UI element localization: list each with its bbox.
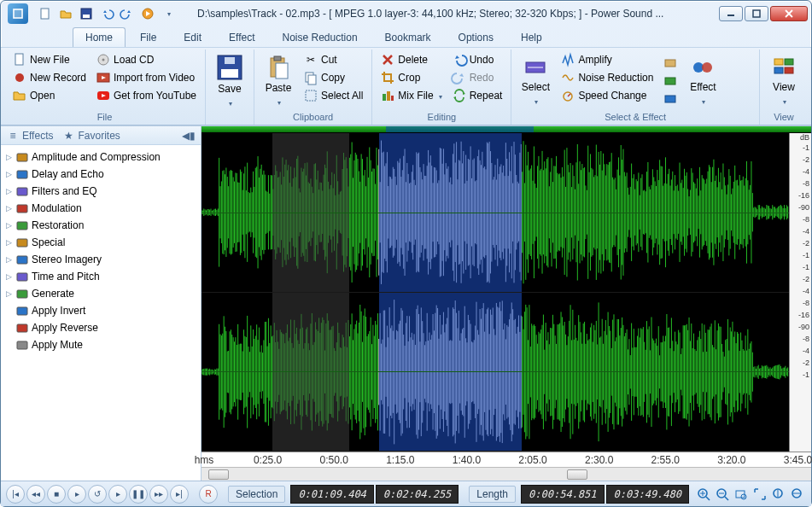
qat-customize-icon[interactable] <box>160 5 177 22</box>
side-tab-favorites[interactable]: ★Favorites <box>61 129 120 143</box>
play-button[interactable]: ▸ <box>67 485 86 504</box>
tab-options[interactable]: Options <box>446 27 506 47</box>
tab-edit[interactable]: Edit <box>171 27 214 47</box>
qat-play-icon[interactable] <box>139 5 156 22</box>
copy-button[interactable]: Copy <box>301 69 366 86</box>
preset-c-button[interactable] <box>660 90 681 108</box>
qat-redo-icon[interactable] <box>119 5 136 22</box>
delete-button[interactable]: Delete <box>377 51 445 68</box>
svg-rect-29 <box>665 96 675 102</box>
forward-button[interactable]: ▸▸ <box>149 485 168 504</box>
view-icon <box>772 55 796 79</box>
tree-item[interactable]: ▷ Delay and Echo <box>3 166 199 183</box>
preset-a-button[interactable] <box>660 55 681 72</box>
qat-new-icon[interactable] <box>37 5 54 22</box>
effect-button[interactable]: Effect <box>684 51 721 110</box>
tree-item[interactable]: ▷ Time and Pitch <box>3 268 199 285</box>
tab-effect[interactable]: Effect <box>216 27 267 47</box>
tab-home[interactable]: Home <box>73 27 126 47</box>
svg-rect-39 <box>17 205 27 213</box>
qat-open-icon[interactable] <box>57 5 74 22</box>
view-button[interactable]: View <box>765 51 803 110</box>
tree-item[interactable]: ▷ Modulation <box>3 200 199 217</box>
new-file-button[interactable]: New File <box>9 51 90 68</box>
tree-item[interactable]: Apply Invert <box>3 302 199 319</box>
zoom-fit-button[interactable] <box>751 486 768 503</box>
length-value[interactable]: 0:00:54.851 <box>521 485 604 504</box>
tab-bookmark[interactable]: Bookmark <box>372 27 444 47</box>
preset-icon <box>663 74 677 88</box>
time-tick: 1:15.0 <box>386 454 414 466</box>
amplify-button[interactable]: Amplify <box>558 51 657 68</box>
repeat-button[interactable]: Repeat <box>449 87 506 104</box>
loop-button[interactable]: ↺ <box>88 485 107 504</box>
tab-noise-reduction[interactable]: Noise Reduction <box>270 27 371 47</box>
folder-open-icon <box>13 89 26 102</box>
waveform-channel-right[interactable] <box>202 293 789 452</box>
play-selection-button[interactable]: ▸ <box>108 485 127 504</box>
new-record-button[interactable]: New Record <box>9 69 90 86</box>
select-button[interactable]: Select <box>517 51 554 110</box>
tree-item[interactable]: Apply Reverse <box>3 319 199 336</box>
tree-item-label: Generate <box>32 288 74 300</box>
rewind-button[interactable]: ◂◂ <box>26 485 45 504</box>
preset-icon <box>663 56 677 70</box>
time-ruler[interactable]: hms 0:25.00:50.01:15.01:40.02:05.02:30.0… <box>202 452 811 467</box>
zoom-vertical-out-button[interactable] <box>789 486 806 503</box>
zoom-selection-button[interactable] <box>733 486 750 503</box>
svg-rect-47 <box>17 341 27 349</box>
zoom-out-button[interactable] <box>714 486 731 503</box>
noise-reduction-button[interactable]: Noise Reduction <box>558 69 657 86</box>
maximize-button[interactable] <box>745 6 768 21</box>
pause-button[interactable]: ❚❚ <box>129 485 148 504</box>
get-youtube-button[interactable]: Get from YouTube <box>93 87 200 104</box>
tab-help[interactable]: Help <box>508 27 555 47</box>
qat-save-icon[interactable] <box>78 5 95 22</box>
zoom-vertical-in-button[interactable] <box>770 486 787 503</box>
waveform-channel-left[interactable] <box>202 133 789 293</box>
tree-item[interactable]: ▷ Stereo Imagery <box>3 251 199 268</box>
selection-start-value[interactable]: 0:01:09.404 <box>290 485 373 504</box>
ribbon: New File New Record Open Load CD Import … <box>1 47 811 125</box>
paste-button[interactable]: Paste <box>260 51 297 110</box>
goto-start-button[interactable]: |◂ <box>6 485 25 504</box>
redo-button[interactable]: Redo <box>449 69 506 86</box>
selection-end-value[interactable]: 0:02:04.255 <box>376 485 459 504</box>
import-video-button[interactable]: Import from Video <box>93 69 200 86</box>
mix-file-button[interactable]: Mix File <box>377 87 445 104</box>
overview-strip[interactable] <box>202 126 811 133</box>
goto-end-button[interactable]: ▸| <box>170 485 189 504</box>
tree-item[interactable]: Apply Mute <box>3 336 199 353</box>
app-menu-button[interactable] <box>8 3 28 24</box>
svg-rect-18 <box>276 63 288 79</box>
tree-item-label: Delay and Echo <box>32 168 104 180</box>
record-button[interactable]: R <box>199 485 218 504</box>
crop-button[interactable]: Crop <box>377 69 445 86</box>
stop-button[interactable]: ■ <box>47 485 66 504</box>
pin-button[interactable]: ◀▮ <box>182 130 196 142</box>
total-length-value[interactable]: 0:03:49.480 <box>606 485 689 504</box>
tree-item[interactable]: ▷ Special <box>3 234 199 251</box>
speed-change-button[interactable]: Speed Change <box>558 87 657 104</box>
tree-item[interactable]: ▷ Filters and EQ <box>3 183 199 200</box>
open-button[interactable]: Open <box>9 87 90 104</box>
side-tab-effects[interactable]: ≡Effects <box>6 129 53 143</box>
minimize-button[interactable] <box>719 6 743 21</box>
svg-rect-35 <box>785 67 793 73</box>
qat-undo-icon[interactable] <box>98 5 115 22</box>
select-all-button[interactable]: Select All <box>301 87 366 104</box>
horizontal-scrollbar[interactable] <box>202 467 811 481</box>
load-cd-button[interactable]: Load CD <box>93 51 200 68</box>
time-tick: 2:30.0 <box>585 454 613 466</box>
undo-button[interactable]: Undo <box>449 51 506 68</box>
tree-item[interactable]: ▷ Generate <box>3 285 199 302</box>
tab-file[interactable]: File <box>127 27 169 47</box>
tree-item[interactable]: ▷ Amplitude and Compression <box>3 149 199 166</box>
close-button[interactable] <box>770 6 808 21</box>
zoom-in-button[interactable] <box>695 486 712 503</box>
cut-button[interactable]: ✂Cut <box>301 51 366 68</box>
tree-item[interactable]: ▷ Restoration <box>3 217 199 234</box>
tree-item-label: Stereo Imagery <box>32 253 102 265</box>
preset-b-button[interactable] <box>660 73 681 90</box>
save-button[interactable]: Save <box>211 51 248 110</box>
